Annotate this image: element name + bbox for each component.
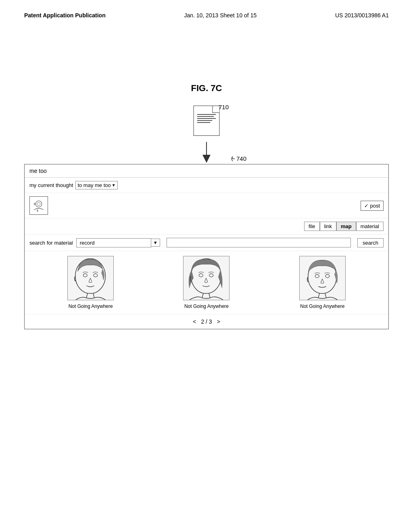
attach-link-button[interactable]: link	[320, 222, 337, 231]
svg-line-18	[209, 293, 210, 298]
result-image-1	[67, 256, 114, 300]
result-item-2: Not Going Anywhere	[183, 256, 229, 309]
result-item-1: Not Going Anywhere	[67, 256, 114, 309]
svg-point-7	[37, 210, 38, 212]
face-svg-3	[300, 256, 345, 300]
result-label-1: Not Going Anywhere	[69, 303, 113, 309]
svg-point-15	[199, 274, 203, 277]
search-record-box: ▼	[76, 238, 160, 247]
svg-text:740: 740	[236, 155, 246, 162]
svg-line-22	[318, 293, 319, 298]
results-row: Not Going Anywhere	[25, 251, 388, 314]
search-input-spacer[interactable]	[167, 238, 351, 247]
compose-row: ✓ post	[25, 193, 388, 218]
header-right: US 2013/0013986 A1	[335, 12, 389, 19]
thought-row: my current thought to may me too ▼	[25, 178, 388, 193]
record-dropdown[interactable]: ▼	[151, 239, 160, 247]
result-label-3: Not Going Anywhere	[300, 303, 344, 309]
ui-title-text: me too	[29, 168, 47, 174]
search-button[interactable]: search	[357, 238, 384, 247]
label-710: 710	[219, 104, 229, 110]
diagram-area: 710 740 me too my current thought to may…	[0, 98, 413, 355]
pagination-next[interactable]: >	[217, 318, 220, 325]
svg-line-12	[86, 293, 88, 298]
document-lines	[194, 106, 219, 127]
face-svg-2	[184, 256, 229, 300]
label-740-svg: 740	[231, 154, 255, 164]
result-image-3	[299, 256, 346, 300]
attach-file-button[interactable]: file	[304, 222, 320, 231]
document-icon-container	[194, 106, 220, 136]
pagination-current: 2 / 3	[201, 318, 212, 325]
ui-box: me too my current thought to may me too …	[24, 164, 389, 329]
pagination-prev[interactable]: <	[193, 318, 196, 325]
svg-point-21	[325, 274, 330, 278]
attach-material-button[interactable]: material	[356, 222, 384, 231]
record-input[interactable]	[76, 238, 151, 247]
doc-line-1	[197, 114, 216, 115]
result-label-2: Not Going Anywhere	[184, 303, 229, 309]
attach-buttons: file link map material	[304, 222, 384, 231]
doc-line-3	[197, 118, 216, 119]
svg-point-16	[209, 274, 213, 277]
face-svg-1	[68, 256, 113, 300]
thought-dropdown-arrow[interactable]: ▼	[112, 183, 116, 187]
header-left: Patent Application Publication	[24, 12, 106, 19]
doc-line-5	[197, 122, 211, 123]
document-icon	[194, 106, 220, 136]
svg-point-11	[94, 274, 98, 277]
thought-value: to may me too	[77, 182, 111, 188]
result-image-2	[183, 256, 229, 300]
arrow-down-svg	[199, 142, 214, 164]
svg-point-4	[37, 202, 40, 206]
thought-input[interactable]: to may me too ▼	[75, 181, 117, 189]
header-center: Jan. 10, 2013 Sheet 10 of 15	[184, 12, 257, 19]
label-740: 740	[231, 154, 255, 165]
search-row: search for material ▼ search	[25, 235, 388, 251]
svg-line-23	[325, 293, 326, 298]
pagination: < 2 / 3 >	[25, 314, 388, 329]
result-item-3: Not Going Anywhere	[299, 256, 346, 309]
svg-marker-1	[202, 155, 211, 163]
arrow-down	[199, 142, 214, 164]
search-label: search for material	[29, 240, 73, 246]
post-button[interactable]: ✓ post	[361, 201, 384, 211]
figure-title: FIG. 7C	[0, 83, 413, 94]
thought-label: my current thought	[29, 182, 73, 188]
svg-point-20	[315, 274, 319, 278]
svg-line-13	[93, 293, 94, 298]
attach-map-button[interactable]: map	[336, 222, 356, 231]
doc-line-2	[197, 116, 214, 117]
svg-point-10	[83, 274, 87, 277]
patent-header: Patent Application Publication Jan. 10, …	[0, 0, 413, 19]
svg-point-3	[35, 201, 42, 207]
doc-line-4	[197, 120, 213, 121]
svg-line-17	[202, 293, 204, 298]
avatar-box	[29, 196, 48, 215]
ui-title-bar: me too	[25, 164, 388, 178]
attach-row: file link map material	[25, 218, 388, 235]
avatar-icon-svg	[31, 198, 46, 213]
